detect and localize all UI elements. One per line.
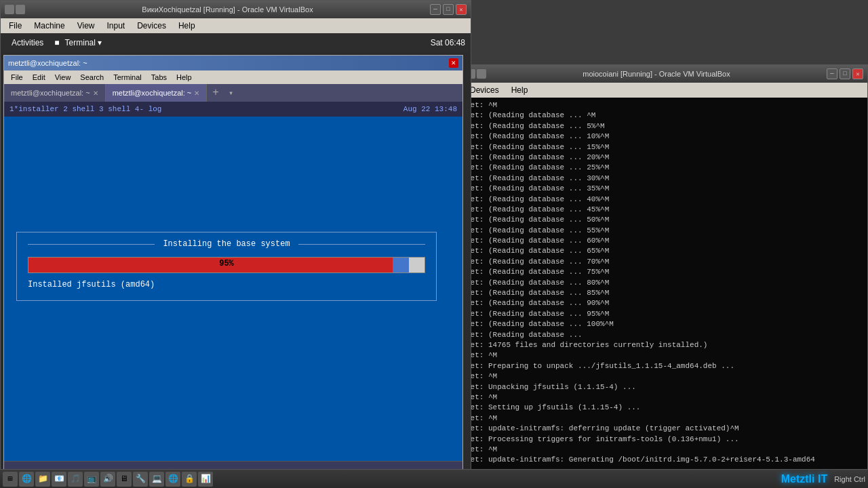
menu-view[interactable]: View — [72, 20, 100, 32]
log-line: get: ^M — [466, 445, 863, 455]
title-line-right — [298, 244, 425, 245]
log-line: get: (Reading database ... 10%^M — [466, 131, 863, 142]
bg-titlebar: moiocoiani [Running] - Oracle VM Virtual… — [462, 65, 867, 83]
right-ctrl-label: Right Ctrl — [834, 475, 865, 483]
terminal-scrollbar[interactable] — [4, 461, 462, 469]
tab-arrow-button[interactable]: ▾ — [224, 84, 237, 102]
terminal-tab-1[interactable]: metztli@xochiquetzal: ~ ✕ — [4, 84, 106, 102]
taskbar: ⊞ 🌐 📁 📧 🎵 📺 🔊 🖥 🔧 💻 🌐 🔒 📊 Metztli IT Rig… — [0, 469, 868, 488]
terminal-close-button[interactable]: ✕ — [449, 58, 458, 68]
taskbar-monitor-icon[interactable]: 📊 — [198, 472, 213, 487]
taskbar-audio-icon[interactable]: 🔊 — [100, 472, 115, 487]
taskbar-screen-icon[interactable]: 🖥 — [117, 472, 132, 487]
bg-close-button[interactable]: ✕ — [852, 68, 863, 79]
log-line: get: Unpacking jfsutils (1.1.15-4) ... — [466, 382, 863, 392]
taskbar-lock-icon[interactable]: 🔒 — [182, 472, 197, 487]
log-line: get: ^M — [466, 413, 863, 424]
gnome-topbar: Activities ■ Terminal ▾ Sat 06:48 — [1, 33, 471, 52]
log-line: get: (Reading database ... 5%^M — [466, 121, 863, 131]
vm-display-area: Activities ■ Terminal ▾ Sat 06:48 metztl… — [1, 33, 471, 472]
log-line: get: (Reading database ... 70%^M — [466, 257, 863, 267]
terminal-window: metztli@xochiquetzal: ~ ✕ File Edit View… — [3, 55, 463, 470]
taskbar-vm-icon[interactable]: 💻 — [149, 472, 164, 487]
menu-help[interactable]: Help — [173, 20, 201, 32]
terminal-tab-2[interactable]: metztli@xochiquetzal: ~ ✕ — [106, 84, 208, 102]
terminal-menu-edit[interactable]: Edit — [28, 73, 50, 82]
progress-bar-container: 95% — [28, 257, 425, 273]
install-dialog-title: Installing the base system — [28, 239, 425, 249]
terminal-titlebar: metztli@xochiquetzal: ~ ✕ — [4, 56, 462, 70]
menu-input[interactable]: Input — [102, 20, 131, 32]
menu-file[interactable]: File — [3, 20, 27, 32]
terminal-menu-terminal[interactable]: Terminal — [109, 73, 146, 82]
tab-close-2[interactable]: ✕ — [194, 89, 199, 97]
front-menubar: File Machine View Input Devices Help — [1, 18, 471, 33]
front-vbox-window: ВикиXochiquetzal [Running] - Oracle VM V… — [0, 0, 471, 488]
log-line: get: (Reading database ... 55%^M — [466, 226, 863, 236]
terminal-menu-search[interactable]: Search — [76, 73, 108, 82]
bg-menu-help[interactable]: Help — [506, 84, 534, 96]
log-line: get: (Reading database ... 35%^M — [466, 184, 863, 194]
menu-machine[interactable]: Machine — [28, 20, 70, 32]
log-line: get: (Reading database ... 25%^M — [466, 163, 863, 173]
front-close-button[interactable]: ✕ — [456, 4, 467, 15]
log-line: get: Setting up jfsutils (1.1.15-4) ... — [466, 403, 863, 413]
log-line: get: (Reading database ... — [466, 330, 863, 340]
terminal-menu-tabs[interactable]: Tabs — [147, 73, 171, 82]
taskbar-right-area: Right Ctrl — [834, 475, 865, 483]
terminal-menu-view[interactable]: View — [51, 73, 75, 82]
install-dialog: Installing the base system 95% Installed… — [16, 232, 437, 301]
terminal-menu-file[interactable]: File — [7, 73, 27, 82]
front-window-controls[interactable]: ─ □ ✕ — [430, 4, 467, 15]
system-clock: Sat 06:48 — [431, 38, 465, 47]
log-line: get: (Reading database ... 40%^M — [466, 195, 863, 205]
log-line: get: (Reading database ... 30%^M — [466, 174, 863, 184]
log-line: get: (Reading database ... 100%^M — [466, 319, 863, 329]
progress-label: 95% — [28, 259, 425, 268]
install-status-text: Installed jfsutils (amd64) — [28, 280, 425, 289]
front-window-title: ВикиXochiquetzal [Running] - Oracle VM V… — [25, 5, 430, 14]
log-line: get: Preparing to unpack .../jfsutils_1.… — [466, 361, 863, 371]
front-maximize-button[interactable]: □ — [443, 4, 454, 15]
tab-add-button[interactable]: + — [207, 84, 224, 102]
bg-menubar: Devices Help — [462, 83, 867, 98]
app-icon: ■ — [54, 38, 59, 47]
terminal-content-area: Installing the base system 95% Installed… — [4, 117, 462, 461]
bg-minimize-button[interactable]: ─ — [827, 68, 837, 79]
terminal-app-name[interactable]: Terminal ▾ — [65, 38, 102, 47]
log-line: get: (Reading database ... 90%^M — [466, 298, 863, 308]
activities-button[interactable]: Activities — [6, 37, 49, 49]
taskbar-net-icon[interactable]: 🌐 — [165, 472, 180, 487]
bg-vbox-window: moiocoiani [Running] - Oracle VM Virtual… — [461, 64, 868, 488]
log-line: get: ^M — [466, 371, 863, 382]
log-line: get: (Reading database ... 80%^M — [466, 278, 863, 288]
log-line: get: update-initramfs: deferring update … — [466, 424, 863, 434]
taskbar-settings-icon[interactable]: 🔧 — [133, 472, 148, 487]
bg-maximize-button[interactable]: □ — [840, 68, 850, 79]
brand-text: Metztli IT — [781, 473, 827, 485]
menu-devices[interactable]: Devices — [132, 20, 172, 32]
log-line: get: (Reading database ... 50%^M — [466, 215, 863, 225]
taskbar-email-icon[interactable]: 📧 — [52, 472, 66, 487]
terminal-menu-help[interactable]: Help — [172, 73, 196, 82]
bg-log-content: get: ^Mget: (Reading database ... ^Mget:… — [462, 98, 867, 487]
log-line: get: ^M — [466, 100, 863, 110]
front-minimize-button[interactable]: ─ — [430, 4, 441, 15]
tab-close-1[interactable]: ✕ — [93, 89, 98, 97]
log-line: get: (Reading database ... ^M — [466, 110, 863, 121]
log-line: get: (Reading database ... 60%^M — [466, 236, 863, 246]
log-line: get: ^M — [466, 392, 863, 403]
log-line: get: (Reading database ... 20%^M — [466, 152, 863, 163]
taskbar-files-icon[interactable]: 📁 — [35, 472, 50, 487]
taskbar-music-icon[interactable]: 🎵 — [68, 472, 83, 487]
taskbar-browser-icon[interactable]: 🌐 — [19, 472, 34, 487]
title-line-left — [28, 244, 155, 245]
log-line: get: Processing triggers for initramfs-t… — [466, 434, 863, 445]
bg-window-controls[interactable]: ─ □ ✕ — [827, 68, 863, 79]
front-titlebar: ВикиXochiquetzal [Running] - Oracle VM V… — [1, 1, 471, 18]
taskbar-start-icon[interactable]: ⊞ — [3, 472, 18, 487]
taskbar-video-icon[interactable]: 📺 — [84, 472, 99, 487]
bg-window-title: moiocoiani [Running] - Oracle VM Virtual… — [486, 70, 827, 78]
front-title-icons — [5, 5, 25, 14]
log-line: get: ^M — [466, 350, 863, 361]
